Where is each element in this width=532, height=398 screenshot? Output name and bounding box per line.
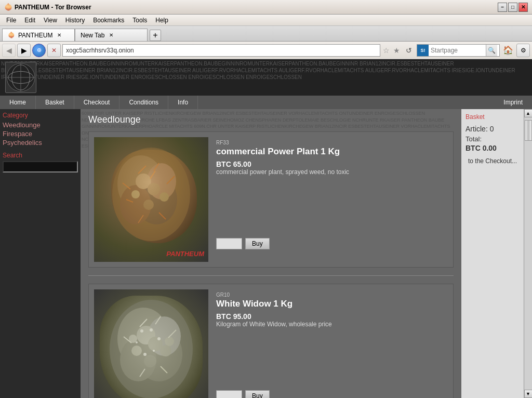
tab-close-button[interactable]: ✕ [56, 32, 63, 39]
svg-point-34 [165, 337, 174, 346]
svg-point-11 [148, 183, 160, 195]
svg-point-12 [143, 200, 154, 210]
scroll-thumb[interactable] [525, 120, 532, 141]
maximize-button[interactable]: □ [508, 3, 517, 12]
menu-tools[interactable]: Tools [128, 16, 151, 25]
back-button[interactable]: ◀ [2, 44, 16, 57]
product-price-2: BTC 95.00 [216, 312, 448, 321]
svg-point-43 [157, 337, 161, 340]
category-label: Category [3, 112, 78, 119]
product-name-2: White Widow 1 Kg [216, 299, 448, 309]
site-banner: NINROMUNTERKAISERPANTHEON.BAUBEGINNINROM… [0, 59, 532, 96]
home-button[interactable]: 🏠 [501, 44, 515, 57]
menu-file[interactable]: File [2, 16, 20, 25]
tab-pantheum[interactable]: 🧅 PANTHEUM ✕ [2, 29, 75, 41]
product-image-1: PANTHEUM [94, 137, 208, 262]
white-widow-image [94, 289, 208, 398]
main-layout: Category Weedlounge Firespace Psychedeli… [0, 109, 532, 398]
banner-watermark: NINROMUNTERKAISERPANTHEON.BAUBEGINNINROM… [0, 59, 532, 96]
close-button[interactable]: ✕ [518, 3, 528, 12]
window-icon: 🧅 [4, 3, 12, 11]
menu-bookmarks[interactable]: Bookmarks [89, 16, 128, 25]
nav-bar: ◀ ▶ ⊕ ✕ ☆ ★ ↺ S! 🔍 🏠 ⚙ [0, 42, 532, 59]
scroll-down-button[interactable]: ▼ [524, 390, 533, 398]
window-title: PANTHEUM - Tor Browser [15, 4, 498, 11]
tab-icon: 🧅 [8, 32, 15, 38]
minimize-button[interactable]: – [498, 3, 507, 12]
basket-amount: BTC 0.00 [466, 144, 520, 152]
menu-help[interactable]: Help [151, 16, 172, 25]
svg-point-32 [160, 345, 171, 356]
product-watermark-1: PANTHEUM [166, 250, 204, 258]
svg-point-30 [144, 355, 156, 367]
svg-point-46 [143, 353, 147, 356]
url-input[interactable] [66, 47, 377, 54]
product-image-2 [94, 289, 208, 398]
scroll-track [524, 117, 533, 390]
buy-button-1[interactable]: Buy [245, 238, 270, 249]
product-card-1: PANTHEUM RF33 commercial Power Plant 1 K… [88, 131, 454, 268]
new-tab-button[interactable]: + [150, 30, 161, 41]
menu-view[interactable]: View [39, 16, 61, 25]
menu-history[interactable]: History [61, 16, 89, 25]
basket-article-count: Article: 0 [466, 125, 520, 133]
buy-quantity-1[interactable] [216, 238, 242, 249]
site-logo [5, 62, 36, 93]
bookmark-star2-icon[interactable]: ★ [393, 46, 400, 55]
checkout-link[interactable]: to the Checkout... [466, 157, 520, 165]
svg-point-14 [159, 192, 169, 202]
sidebar: Category Weedlounge Firespace Psychedeli… [0, 109, 81, 398]
url-bar[interactable] [62, 44, 380, 57]
site-nav-checkout[interactable]: Checkout [74, 96, 120, 109]
bookmark-star-icon[interactable]: ☆ [383, 46, 390, 55]
menu-edit[interactable]: Edit [20, 16, 39, 25]
stop-button[interactable]: ✕ [47, 44, 61, 57]
sidebar-link-firespace[interactable]: Firespace [3, 130, 78, 138]
site-nav-imprint[interactable]: Imprint [494, 96, 532, 109]
search-input[interactable] [429, 47, 486, 54]
search-box[interactable]: S! 🔍 [417, 44, 500, 57]
site-nav-basket[interactable]: Basket [36, 96, 74, 109]
tab-bar: 🧅 PANTHEUM ✕ New Tab ✕ + [0, 26, 532, 42]
tab-close-newtab[interactable]: ✕ [108, 32, 115, 39]
tab-label: PANTHEUM [18, 32, 52, 39]
product-price-1: BTC 65.00 [216, 160, 448, 168]
scrollbar: ▲ ▼ [524, 109, 532, 398]
title-bar: 🧅 PANTHEUM - Tor Browser – □ ✕ [0, 0, 532, 15]
svg-point-44 [136, 341, 138, 343]
buy-row-1: Buy [216, 238, 448, 249]
product-ref-1: RF33 [216, 140, 448, 145]
product-info-2: GR10 White Widow 1 Kg BTC 95.00 Kilogram… [216, 289, 448, 398]
tab-label-newtab: New Tab [81, 32, 104, 39]
site-nav-home[interactable]: Home [0, 96, 36, 109]
svg-point-13 [131, 190, 140, 198]
product-desc-1: commercial power plant, sprayed weed, no… [216, 168, 448, 176]
window-controls: – □ ✕ [498, 3, 528, 12]
forward-button[interactable]: ▶ [17, 44, 31, 57]
tab-newtab[interactable]: New Tab ✕ [75, 29, 148, 41]
buy-button-2[interactable]: Buy [245, 390, 270, 398]
site-nav-info[interactable]: Info [168, 96, 198, 109]
page-title: Weedlounge [88, 114, 454, 125]
svg-point-31 [131, 346, 142, 356]
sidebar-link-weedlounge[interactable]: Weedlounge [3, 121, 78, 129]
product-divider [88, 275, 454, 276]
site-nav-conditions[interactable]: Conditions [119, 96, 168, 109]
sidebar-link-psychedelics[interactable]: Psychedelics [3, 139, 78, 147]
product-name-1: commercial Power Plant 1 Kg [216, 147, 448, 157]
svg-point-45 [153, 350, 155, 352]
search-go-button[interactable]: 🔍 [486, 45, 497, 56]
buy-quantity-2[interactable] [216, 390, 242, 398]
buy-row-2: Buy [216, 390, 448, 398]
bud-image-1 [94, 137, 208, 262]
svg-point-42 [150, 328, 153, 331]
refresh-button[interactable]: ↺ [403, 44, 415, 57]
content-inner: Weedlounge [88, 114, 454, 398]
sidebar-search-input[interactable] [3, 161, 78, 173]
scroll-up-button[interactable]: ▲ [524, 109, 533, 117]
menu-bar: File Edit View History Bookmarks Tools H… [0, 15, 532, 26]
settings-button[interactable]: ⚙ [516, 44, 530, 57]
product-info-1: RF33 commercial Power Plant 1 Kg BTC 65.… [216, 137, 448, 262]
basket-title: Basket [466, 113, 520, 121]
search-engine-icon[interactable]: S! [417, 45, 429, 56]
